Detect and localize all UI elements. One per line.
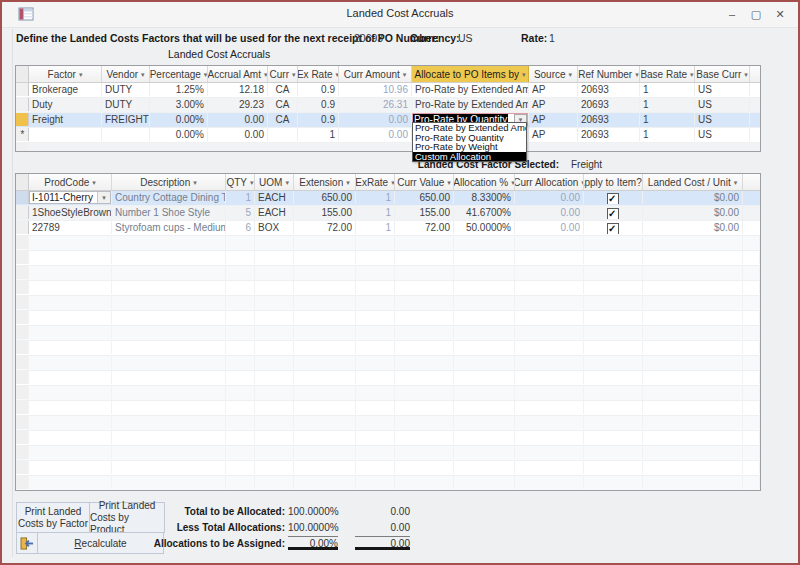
column-header-factor[interactable]: Factor [29, 66, 102, 82]
base-rate-cell[interactable]: 1 [640, 128, 695, 141]
column-header-ref-number[interactable]: Ref Number [578, 66, 640, 82]
description-cell[interactable]: Country Cottage Dining Table [112, 191, 226, 204]
close-button[interactable]: ✕ [768, 5, 792, 24]
ref-number-cell[interactable]: 20693 [578, 128, 640, 141]
curr-cell[interactable]: CA [268, 98, 298, 111]
ex-rate-cell[interactable]: 0.9 [298, 98, 339, 111]
percentage-cell[interactable]: 0.00% [150, 128, 208, 141]
record-selector[interactable] [16, 83, 29, 96]
column-header-vendor[interactable]: Vendor [102, 66, 150, 82]
base-curr-cell[interactable]: US [695, 83, 750, 96]
base-curr-cell[interactable]: US [695, 113, 750, 126]
select-all-cell[interactable] [16, 174, 29, 190]
curr-cell[interactable] [268, 128, 298, 141]
accrual-amt-cell[interactable]: 12.18 [208, 83, 268, 96]
column-header-accrual-amt[interactable]: Accrual Amt [208, 66, 268, 82]
exit-button[interactable] [16, 532, 38, 554]
record-selector[interactable] [16, 206, 29, 219]
current-record-selector[interactable] [16, 113, 29, 126]
uom-cell[interactable]: EACH [255, 206, 294, 219]
curr-value-cell[interactable]: 72.00 [395, 221, 454, 234]
minimize-button[interactable]: – [720, 5, 744, 24]
curr-value-cell[interactable]: 650.00 [395, 191, 454, 204]
vendor-cell[interactable]: DUTY [102, 98, 150, 111]
apply-checkbox[interactable] [607, 223, 619, 234]
column-header-qty[interactable]: QTY [226, 174, 255, 190]
base-curr-cell[interactable]: US [695, 98, 750, 111]
extension-cell[interactable]: 155.00 [294, 206, 356, 219]
description-cell[interactable]: Styrofoam cups - Medium [112, 221, 226, 234]
allocate-by-cell[interactable]: Pro-Rate by Extended Amount [412, 98, 529, 111]
apply-checkbox[interactable] [607, 193, 619, 204]
apply-checkbox[interactable] [607, 208, 619, 219]
accrual-amt-cell[interactable]: 0.00 [208, 113, 268, 126]
vendor-cell[interactable]: FREIGHT [102, 113, 150, 126]
allocate-by-cell[interactable]: Pro-Rate by Extended Amount [412, 83, 529, 96]
column-header-percentage[interactable]: Percentage [150, 66, 208, 82]
allocation-pct-cell[interactable]: 41.6700% [454, 206, 515, 219]
new-record-selector[interactable] [16, 128, 29, 141]
prodcode-cell[interactable]: 22789 [29, 221, 112, 234]
ref-number-cell[interactable]: 20693 [578, 113, 640, 126]
column-header-base-curr[interactable]: Base Curr [695, 66, 750, 82]
uom-cell[interactable]: BOX [255, 221, 294, 234]
percentage-cell[interactable]: 0.00% [150, 113, 208, 126]
source-cell[interactable]: AP [529, 113, 578, 126]
factor-cell[interactable]: Brokerage [29, 83, 102, 96]
prodcode-cell[interactable]: 1ShoeStyleBrownS [29, 206, 112, 219]
prodcode-combobox[interactable]: I-1011-Cherry [29, 191, 111, 204]
factor-cell[interactable]: Freight [29, 113, 102, 126]
factor-cell[interactable] [29, 128, 102, 141]
base-rate-cell[interactable]: 1 [640, 98, 695, 111]
ref-number-cell[interactable]: 20693 [578, 83, 640, 96]
source-cell[interactable]: AP [529, 98, 578, 111]
dropdown-option[interactable]: Pro-Rate by Extended Amount [413, 123, 526, 133]
extension-cell[interactable]: 650.00 [294, 191, 356, 204]
record-selector[interactable] [16, 98, 29, 111]
current-record-selector[interactable] [16, 191, 29, 204]
column-header-curr-allocation[interactable]: Curr Allocation [515, 174, 584, 190]
column-header-uom[interactable]: UOM [255, 174, 294, 190]
dropdown-option[interactable]: Pro-Rate by Weight [413, 142, 526, 152]
curr-cell[interactable]: CA [268, 83, 298, 96]
column-header-allocate-to-po-items-by[interactable]: Allocate to PO Items by [412, 66, 529, 82]
factor-cell[interactable]: Duty [29, 98, 102, 111]
dropdown-option-highlighted[interactable]: Custom Allocation [413, 152, 526, 162]
column-header-extension[interactable]: Extension [294, 174, 356, 190]
vendor-cell[interactable]: DUTY [102, 83, 150, 96]
base-rate-cell[interactable]: 1 [640, 83, 695, 96]
accrual-amt-cell[interactable]: 0.00 [208, 128, 268, 141]
percentage-cell[interactable]: 3.00% [150, 98, 208, 111]
column-header-curr[interactable]: Curr [268, 66, 298, 82]
ref-number-cell[interactable]: 20693 [578, 98, 640, 111]
column-header-exrate[interactable]: ExRate [356, 174, 395, 190]
base-rate-cell[interactable]: 1 [640, 113, 695, 126]
curr-cell[interactable]: CA [268, 113, 298, 126]
source-cell[interactable]: AP [529, 83, 578, 96]
column-header-prodcode[interactable]: ProdCode [29, 174, 112, 190]
percentage-cell[interactable]: 1.25% [150, 83, 208, 96]
extension-cell[interactable]: 72.00 [294, 221, 356, 234]
print-landed-costs-by-factor-button[interactable]: Print Landed Costs by Factor [16, 502, 90, 533]
description-cell[interactable]: Number 1 Shoe Style [112, 206, 226, 219]
source-cell[interactable]: AP [529, 128, 578, 141]
allocation-pct-cell[interactable]: 8.3300% [454, 191, 515, 204]
vendor-cell[interactable] [102, 128, 150, 141]
column-header-landed-cost-unit[interactable]: Landed Cost / Unit [643, 174, 743, 190]
ex-rate-cell[interactable]: 0.9 [298, 113, 339, 126]
ex-rate-cell[interactable]: 0.9 [298, 83, 339, 96]
column-header-curr-value[interactable]: Curr Value [395, 174, 454, 190]
column-header-curr-amount[interactable]: Curr Amount [339, 66, 412, 82]
base-curr-cell[interactable]: US [695, 128, 750, 141]
column-header-base-rate[interactable]: Base Rate [640, 66, 695, 82]
column-header-apply-to-item[interactable]: Apply to Item? [584, 174, 643, 190]
dropdown-option[interactable]: Pro-Rate by Quantity [413, 133, 526, 143]
column-header-ex-rate[interactable]: Ex Rate [298, 66, 339, 82]
select-all-cell[interactable] [16, 66, 29, 82]
uom-cell[interactable]: EACH [255, 191, 294, 204]
column-header-source[interactable]: Source [529, 66, 578, 82]
curr-value-cell[interactable]: 155.00 [395, 206, 454, 219]
allocation-pct-cell[interactable]: 50.0000% [454, 221, 515, 234]
column-header-allocation-pct[interactable]: Allocation % [454, 174, 515, 190]
column-header-description[interactable]: Description [112, 174, 226, 190]
